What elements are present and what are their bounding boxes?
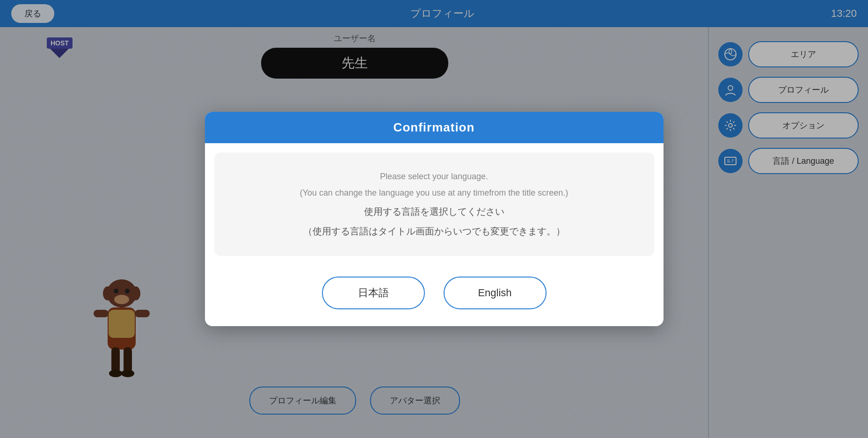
modal-header: Confirmation (205, 112, 664, 143)
modal-text-line4: （使用する言語はタイトル画面からいつでも変更できます。） (233, 223, 635, 239)
modal-overlay: Confirmation Please select your language… (0, 0, 868, 438)
modal-text-line1: Please select your language. (233, 169, 635, 184)
modal-text-line2: (You can change the language you use at … (233, 186, 635, 200)
english-button[interactable]: English (444, 277, 547, 309)
modal-text-line3: 使用する言語を選択してください (233, 204, 635, 219)
modal-body: Please select your language. (You can ch… (214, 153, 654, 256)
modal-buttons: 日本語 English (205, 265, 664, 326)
japanese-button[interactable]: 日本語 (322, 277, 425, 309)
confirmation-modal: Confirmation Please select your language… (205, 112, 664, 326)
modal-title: Confirmation (394, 120, 475, 134)
